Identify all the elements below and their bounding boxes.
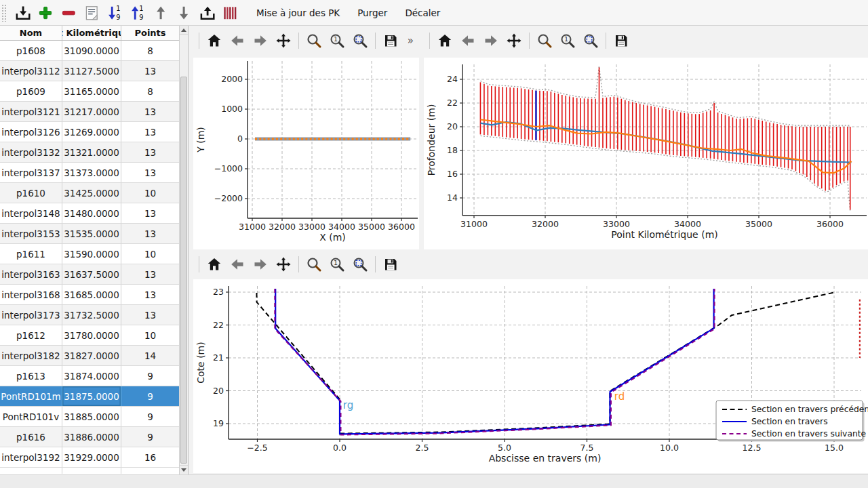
export-button[interactable] (196, 2, 218, 24)
save-figure-button[interactable] (380, 254, 401, 274)
edit-notes-button[interactable] (81, 2, 102, 24)
table-row[interactable]: p161131590.000010 (0, 244, 180, 264)
back-button[interactable] (227, 254, 248, 274)
cell-nom[interactable]: p1609 (0, 81, 62, 101)
cell-pk[interactable]: 31685.0000 (62, 285, 121, 304)
back-button[interactable] (458, 30, 478, 51)
cell-nom[interactable]: interpol3137 (0, 163, 62, 182)
cell-nom[interactable]: interpol3163 (0, 264, 62, 284)
pan-button[interactable] (273, 30, 294, 51)
cell-points[interactable]: 13 (121, 305, 180, 325)
table-row[interactable]: interpol319231929.000016 (0, 447, 180, 468)
toolbar-overflow-button[interactable]: » (408, 35, 419, 47)
cell-pk[interactable]: 31127.5000 (62, 61, 121, 81)
cell-points[interactable]: 9 (121, 386, 180, 406)
cell-points[interactable]: 13 (121, 203, 180, 223)
zoom-one-button[interactable]: 1 (327, 254, 347, 274)
cell-points[interactable]: 8 (121, 81, 180, 101)
zoom-button[interactable] (304, 254, 324, 274)
zoom-button[interactable] (304, 30, 324, 51)
menu-purger[interactable]: Purger (357, 7, 387, 18)
cell-nom[interactable]: p1612 (0, 325, 62, 345)
cell-nom[interactable]: PontRD101m (0, 386, 62, 406)
cell-pk[interactable]: 31480.0000 (62, 203, 121, 223)
cell-pk[interactable]: 31929.0000 (62, 447, 121, 467)
scroll-down-button[interactable] (180, 465, 188, 474)
table-row[interactable]: p161631886.00009 (0, 427, 180, 447)
cell-nom[interactable]: p1608 (0, 41, 62, 60)
table-row[interactable]: p161031425.000010 (0, 183, 180, 203)
zoom-fit-button[interactable] (580, 30, 601, 51)
cell-points[interactable]: 13 (121, 264, 180, 284)
home-button[interactable] (204, 254, 224, 274)
cell-nom[interactable]: interpol3112 (0, 61, 62, 81)
table-scrollbar[interactable] (179, 26, 188, 474)
table-row[interactable]: interpol312131217.000013 (0, 102, 180, 122)
table-row-selected[interactable]: PontRD101m31875.00009 (0, 386, 180, 407)
cell-pk[interactable]: 31425.0000 (62, 183, 121, 203)
cell-points[interactable]: 10 (121, 325, 180, 345)
cell-nom[interactable]: p1610 (0, 183, 62, 203)
table-row[interactable]: interpol316831685.000013 (0, 285, 180, 305)
column-header-points[interactable]: Points (121, 26, 180, 40)
table-row[interactable]: p161331874.00009 (0, 366, 180, 386)
cell-nom[interactable]: interpol3168 (0, 285, 62, 304)
cell-points[interactable]: 8 (121, 41, 180, 60)
cell-nom[interactable]: interpol3182 (0, 346, 62, 365)
cell-pk[interactable]: 31732.5000 (62, 305, 121, 325)
add-button[interactable] (35, 2, 56, 24)
cell-nom[interactable]: interpol3121 (0, 102, 62, 121)
cell-points[interactable]: 13 (121, 142, 180, 162)
cell-points[interactable]: 13 (121, 285, 180, 304)
move-down-button[interactable] (173, 2, 195, 24)
cell-points[interactable]: 16 (121, 447, 180, 467)
scrollbar-thumb[interactable] (180, 77, 187, 464)
table-row[interactable]: interpol317331732.500013 (0, 305, 180, 325)
pk-stripes-button[interactable] (219, 2, 241, 24)
cell-pk[interactable]: 31874.0000 (62, 366, 121, 386)
cell-nom[interactable]: interpol3126 (0, 122, 62, 142)
back-button[interactable] (227, 30, 248, 51)
cell-pk[interactable]: 31217.0000 (62, 102, 121, 121)
cell-nom[interactable]: interpol3173 (0, 305, 62, 325)
cell-points[interactable]: 13 (121, 61, 180, 81)
table-row[interactable]: interpol315331535.000013 (0, 224, 180, 244)
cell-points[interactable]: 13 (121, 163, 180, 182)
cross-section-canvas[interactable]: −2.50.02.55.07.510.012.515.01920212223Ab… (193, 279, 868, 473)
cell-nom[interactable]: p1616 (0, 427, 62, 447)
scroll-up-button[interactable] (180, 26, 188, 35)
save-figure-button[interactable] (380, 30, 401, 51)
table-row[interactable]: interpol312631269.000013 (0, 122, 180, 142)
move-up-button[interactable] (150, 2, 172, 24)
cell-nom[interactable]: interpol3132 (0, 142, 62, 162)
table-row[interactable]: interpol313231321.000013 (0, 142, 180, 163)
cell-points[interactable]: 10 (121, 244, 180, 264)
cell-points[interactable]: 13 (121, 224, 180, 243)
cell-points[interactable]: 10 (121, 183, 180, 203)
zoom-one-button[interactable]: 1 (557, 30, 578, 51)
cell-nom[interactable]: interpol3153 (0, 224, 62, 243)
sort-ascending-button[interactable]: 1 9 (127, 2, 149, 24)
cell-nom[interactable]: interpol3148 (0, 203, 62, 223)
cell-points[interactable]: 13 (121, 102, 180, 121)
cell-pk[interactable]: 31269.0000 (62, 122, 121, 142)
table-row[interactable]: interpol314831480.000013 (0, 203, 180, 224)
menu-mise-a-jour-pk[interactable]: Mise à jour des PK (256, 7, 340, 18)
pan-button[interactable] (504, 30, 524, 51)
table-row[interactable]: interpol318231827.000014 (0, 346, 180, 366)
save-figure-button[interactable] (611, 30, 631, 51)
forward-button[interactable] (481, 30, 501, 51)
toolbar-grip[interactable] (1, 4, 7, 22)
forward-button[interactable] (250, 30, 271, 51)
cell-points[interactable]: 13 (121, 122, 180, 142)
table-row[interactable]: p160931165.00008 (0, 81, 180, 102)
cell-points[interactable]: 9 (121, 366, 180, 386)
table-row[interactable]: p161231780.000010 (0, 325, 180, 346)
plan-view-canvas[interactable]: 310003200033000340003500036000−2000−1000… (193, 58, 419, 249)
cell-pk[interactable]: 31886.0000 (62, 427, 121, 447)
zoom-button[interactable] (534, 30, 555, 51)
cell-points[interactable]: 14 (121, 346, 180, 365)
zoom-fit-button[interactable] (350, 254, 370, 274)
cell-pk[interactable]: 31875.0000 (62, 386, 121, 406)
pan-button[interactable] (273, 254, 294, 274)
